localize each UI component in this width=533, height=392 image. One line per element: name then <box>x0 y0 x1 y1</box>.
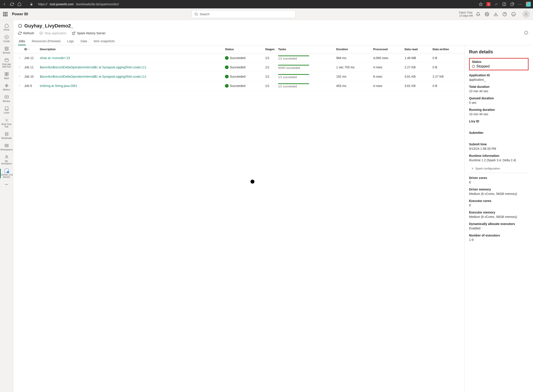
running-label: Running duration <box>469 108 528 112</box>
svg-rect-4 <box>511 3 513 6</box>
jobs-table: ID↑ Description Status Stages Tasks Dura… <box>13 45 464 392</box>
left-nav: Home Create Browse OneLake data hub Apps… <box>0 20 13 392</box>
table-row[interactable]: Job 12 show at <console>:23 ✓Succeeded 1… <box>13 53 464 63</box>
svg-point-10 <box>525 13 527 14</box>
main-content: Guyhay_LivyDemo2_ Refresh Stop applicati… <box>13 20 533 392</box>
numexec-value: 1-9 <box>469 238 528 242</box>
check-ext-icon[interactable] <box>494 2 499 6</box>
nav-monitor[interactable]: Monitor <box>0 93 13 104</box>
nav-browse[interactable]: Browse <box>0 45 13 55</box>
smiley-icon[interactable] <box>511 12 516 16</box>
trial-status[interactable]: Fabric Trial: 13 days left <box>459 11 473 17</box>
history-button[interactable]: Spark History Server <box>72 31 106 35</box>
url-prefix: https:// <box>38 2 47 6</box>
nav-metrics[interactable]: Metrics <box>0 82 13 92</box>
chevron-right-icon[interactable] <box>18 56 21 59</box>
nav-workloads[interactable]: Workloads <box>0 131 13 141</box>
home-icon[interactable] <box>17 2 22 6</box>
svg-rect-30 <box>5 145 7 146</box>
nav-myworkspace[interactable]: My workspace <box>0 154 13 166</box>
tab-snapshots[interactable]: Item snapshots <box>93 37 115 45</box>
star-icon[interactable] <box>479 2 483 6</box>
col-stages[interactable]: Stages <box>263 45 276 53</box>
chevron-right-icon[interactable] <box>18 66 21 68</box>
info-button[interactable] <box>524 31 528 36</box>
browser-bar: https://msit.powerbi.com/workloads/de-ds… <box>0 0 533 8</box>
tab-resources[interactable]: Resources (Preview) <box>31 37 61 45</box>
job-description-link[interactable]: $anonfun$recordDeltaOperationInternal$1 … <box>40 65 146 69</box>
job-dataread: 2.27 KB <box>403 63 431 72</box>
url-bar[interactable]: https://msit.powerbi.com/workloads/de-ds… <box>37 2 476 6</box>
sort-icon: ↑ <box>28 48 29 51</box>
tab-logs[interactable]: Logs <box>67 37 74 45</box>
run-details-panel: Run details Status Stopped Application I… <box>464 45 533 392</box>
job-processed: 4 rows <box>371 63 403 72</box>
nav-more[interactable]: ··· <box>0 181 13 188</box>
nav-create[interactable]: Create <box>0 34 13 44</box>
job-id: Job 11 <box>23 63 38 72</box>
chevron-right-icon[interactable] <box>18 75 21 78</box>
col-description[interactable]: Description <box>38 45 223 53</box>
stop-button: Stop application <box>39 31 67 35</box>
help-icon[interactable] <box>502 12 507 16</box>
nav-home[interactable]: Home <box>0 22 13 32</box>
extension-badge[interactable]: 1 <box>486 2 491 6</box>
chevron-right-icon[interactable] <box>18 84 21 87</box>
bell-icon[interactable] <box>476 12 480 16</box>
totaldur-label: Total duration <box>469 85 528 89</box>
nav-workspaces[interactable]: Workspaces <box>0 142 13 152</box>
url-path: /workloads/de-ds/sparkmonitor/ <box>76 2 119 6</box>
app-header: Power BI Search Fabric Trial: 13 days le… <box>0 8 533 20</box>
task-progress: 1/1 succeeded <box>278 56 309 60</box>
nav-realtime[interactable]: Real-Time hub <box>0 117 13 129</box>
back-icon[interactable] <box>2 2 7 6</box>
job-description-link[interactable]: $anonfun$recordDeltaOperationInternal$1 … <box>40 75 146 78</box>
copilot-icon[interactable] <box>526 2 531 7</box>
table-row[interactable]: Job 9 toString at String.java:2951 ✓Succ… <box>13 81 464 90</box>
collections-icon[interactable] <box>510 2 514 6</box>
nav-current-item[interactable]: Guyhay_Livy Demo2 <box>0 168 13 180</box>
col-status[interactable]: Status <box>223 45 263 53</box>
table-row[interactable]: Job 11 $anonfun$recordDeltaOperationInte… <box>13 63 464 72</box>
more-icon[interactable]: ⋯ <box>518 2 522 6</box>
download-icon[interactable] <box>494 12 498 16</box>
svg-point-7 <box>486 14 488 15</box>
status-ring-icon <box>472 65 475 68</box>
col-duration[interactable]: Duration <box>335 45 371 53</box>
nav-onelake[interactable]: OneLake data hub <box>0 57 13 69</box>
chevron-right-icon <box>471 168 473 170</box>
check-icon: ✓ <box>225 75 229 78</box>
col-id[interactable]: ID↑ <box>23 45 38 53</box>
trial-line1: Fabric Trial: <box>459 11 473 14</box>
col-dataread[interactable]: Data read <box>403 45 431 53</box>
job-description-link[interactable]: toString at String.java:2951 <box>40 84 77 88</box>
avatar[interactable] <box>522 10 530 18</box>
tab-data[interactable]: Data <box>80 37 88 45</box>
split-icon[interactable] <box>502 2 506 6</box>
appid-value: application_ <box>469 78 528 81</box>
status-value: Stopped <box>476 64 490 68</box>
refresh-button[interactable]: Refresh <box>18 31 34 35</box>
col-datawritten[interactable]: Data written <box>431 45 464 53</box>
nav-learn[interactable]: Learn <box>0 105 13 115</box>
table-row[interactable]: Job 10 $anonfun$recordDeltaOperationInte… <box>13 72 464 81</box>
search-input[interactable]: Search <box>192 10 296 18</box>
execmem-value: Medium (8 vCores, 56GB memory) <box>469 215 528 219</box>
spark-config-toggle[interactable]: Spark configuration <box>469 165 528 173</box>
col-processed[interactable]: Processed <box>371 45 403 53</box>
job-description-link[interactable]: show at <console>:23 <box>40 56 70 60</box>
job-status: ✓Succeeded <box>225 84 262 88</box>
col-tasks[interactable]: Tasks <box>276 45 334 53</box>
waffle-icon[interactable] <box>3 12 8 16</box>
nav-apps[interactable]: Apps <box>0 70 13 81</box>
runtime-label: Runtime information <box>469 154 528 158</box>
settings-icon[interactable] <box>485 12 489 16</box>
svg-point-18 <box>5 59 8 60</box>
queued-label: Queued duration <box>469 96 528 100</box>
appid-label: Application ID <box>469 74 528 77</box>
url-domain: msit.powerbi.com <box>50 2 74 6</box>
refresh-icon[interactable] <box>10 2 14 6</box>
tab-jobs[interactable]: Jobs <box>18 37 26 45</box>
badge-count: 1 <box>488 3 489 5</box>
svg-rect-22 <box>7 74 8 76</box>
